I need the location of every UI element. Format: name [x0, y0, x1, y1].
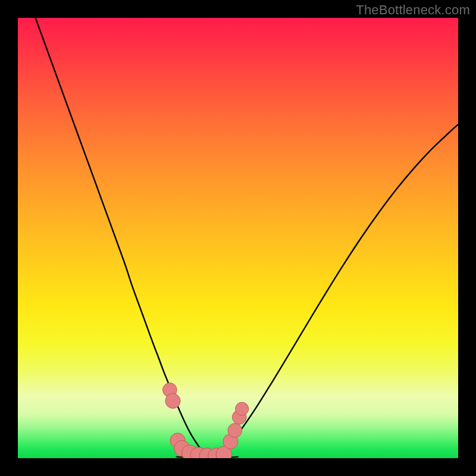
watermark-text: TheBottleneck.com: [356, 2, 470, 18]
chart-svg: [18, 18, 458, 458]
curve-layer: [36, 18, 458, 458]
marker-point: [165, 393, 180, 408]
plot-area: [18, 18, 458, 458]
marker-layer: [162, 383, 248, 458]
marker-point: [236, 402, 249, 415]
marker-point: [228, 424, 242, 438]
chart-frame: TheBottleneck.com: [0, 0, 476, 476]
series-right-curve: [212, 124, 458, 456]
series-left-curve: [36, 18, 208, 456]
